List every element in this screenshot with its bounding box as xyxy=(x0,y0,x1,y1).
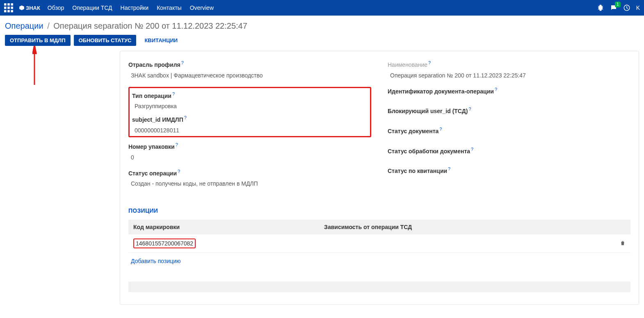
fields-grid: Отрасль профиля? ЗНАК sandbox | Фармацев… xyxy=(128,60,630,195)
col-code: Код маркировки xyxy=(128,220,319,234)
value-subject-id: 00000000128011 xyxy=(132,127,368,134)
field-receipt-status: Статус по квитанции? xyxy=(388,166,630,178)
svg-rect-5 xyxy=(11,7,14,9)
svg-rect-8 xyxy=(11,10,14,13)
nav-items: Обзор Операции ТСД Настройки Контакты Ov… xyxy=(48,5,214,11)
positions-title: ПОЗИЦИИ xyxy=(128,207,630,214)
breadcrumb-current: Операция separation № 200 от 11.12.2023 … xyxy=(53,21,247,30)
field-op-type: Тип операции? Разгруппировка xyxy=(132,91,368,110)
footer-bar xyxy=(128,282,630,292)
svg-rect-1 xyxy=(7,3,10,6)
breadcrumb: Операции / Операция separation № 200 от … xyxy=(0,16,644,35)
positions-table: Код маркировки Зависимость от операции Т… xyxy=(128,220,630,253)
nav-item-settings[interactable]: Настройки xyxy=(121,5,149,11)
svg-rect-7 xyxy=(7,10,10,13)
help-icon[interactable]: ? xyxy=(181,60,184,65)
help-icon[interactable]: ? xyxy=(428,60,431,65)
left-spacer xyxy=(5,51,120,305)
col-actions xyxy=(614,220,630,234)
highlight-box-op-subject: Тип операции? Разгруппировка subject_id … xyxy=(128,87,371,137)
apps-menu-icon[interactable] xyxy=(4,3,13,12)
cell-dependency xyxy=(319,234,614,253)
help-icon[interactable]: ? xyxy=(471,147,473,152)
send-mdlp-button[interactable]: ОТПРАВИТЬ В МДЛП xyxy=(5,35,71,46)
top-header: ЗНАК Обзор Операции ТСД Настройки Контак… xyxy=(0,0,644,16)
label-op-type: Тип операции? xyxy=(132,91,175,99)
field-profile-industry: Отрасль профиля? ЗНАК sandbox | Фармацев… xyxy=(128,60,371,79)
field-doc-status: Статус документа? xyxy=(388,127,630,139)
nav-item-overview-ru[interactable]: Обзор xyxy=(48,5,64,11)
fields-right: Наименование? Операция separation № 200 … xyxy=(388,60,630,195)
field-doc-id: Идентификатор документа-операции? xyxy=(388,87,630,99)
chat-icon[interactable]: 1 xyxy=(610,4,617,11)
label-package-num: Номер упаковки? xyxy=(128,142,178,150)
svg-rect-2 xyxy=(11,3,14,6)
nav-item-operations-tsd[interactable]: Операции ТСД xyxy=(72,5,112,11)
breadcrumb-root[interactable]: Операции xyxy=(5,21,43,30)
value-package-num: 0 xyxy=(128,154,371,161)
nav-item-contacts[interactable]: Контакты xyxy=(157,5,181,11)
svg-rect-4 xyxy=(7,7,10,9)
svg-rect-0 xyxy=(4,3,7,6)
svg-rect-3 xyxy=(4,7,7,9)
help-icon[interactable]: ? xyxy=(176,142,178,147)
update-status-button[interactable]: ОБНОВИТЬ СТАТУС xyxy=(74,35,137,46)
main-panel: Отрасль профиля? ЗНАК sandbox | Фармацев… xyxy=(120,51,639,305)
marking-code[interactable]: 146801557200067082 xyxy=(133,238,196,248)
label-subject-id: subject_id ИМДЛП? xyxy=(132,115,187,123)
value-name: Операция separation № 200 от 11.12.2023 … xyxy=(388,72,630,79)
field-doc-processing: Статус обработки документа? xyxy=(388,147,630,159)
svg-rect-6 xyxy=(4,10,7,13)
fields-left: Отрасль профиля? ЗНАК sandbox | Фармацев… xyxy=(128,60,371,195)
logo[interactable]: ЗНАК xyxy=(19,5,40,11)
logo-text: ЗНАК xyxy=(26,5,40,11)
help-icon[interactable]: ? xyxy=(172,91,175,96)
help-icon[interactable]: ? xyxy=(495,87,497,92)
value-profile-industry: ЗНАК sandbox | Фармацевтическое производ… xyxy=(128,72,371,79)
field-blocking-user: Блокирующий user_id (ТСД)? xyxy=(388,107,630,118)
label-receipt-status: Статус по квитанции? xyxy=(388,166,450,174)
label-blocking-user: Блокирующий user_id (ТСД)? xyxy=(388,107,471,114)
chat-badge: 1 xyxy=(615,2,621,7)
label-doc-status: Статус документа? xyxy=(388,127,442,134)
content-wrap: Отрасль профиля? ЗНАК sandbox | Фармацев… xyxy=(0,51,644,305)
action-row: ОТПРАВИТЬ В МДЛП ОБНОВИТЬ СТАТУС КВИТАНЦ… xyxy=(0,35,644,51)
label-doc-processing: Статус обработки документа? xyxy=(388,147,473,154)
col-dependency: Зависимость от операции ТСД xyxy=(319,220,614,234)
nav-item-overview-en[interactable]: Overview xyxy=(190,5,214,11)
field-subject-id: subject_id ИМДЛП? 00000000128011 xyxy=(132,115,368,134)
clock-icon[interactable] xyxy=(623,4,630,11)
field-name: Наименование? Операция separation № 200 … xyxy=(388,60,630,79)
field-op-status: Статус операции? Создан - получены коды,… xyxy=(128,169,371,187)
table-row: 146801557200067082 xyxy=(128,234,630,253)
receipts-tab[interactable]: КВИТАНЦИИ xyxy=(139,35,183,46)
value-op-status: Создан - получены коды, не отправлен в М… xyxy=(128,180,371,187)
add-position-link[interactable]: Добавить позицию xyxy=(128,253,183,269)
value-op-type: Разгруппировка xyxy=(132,103,368,109)
cell-delete xyxy=(614,234,630,253)
label-profile-industry: Отрасль профиля? xyxy=(128,60,184,68)
label-doc-id: Идентификатор документа-операции? xyxy=(388,87,497,95)
table-header-row: Код маркировки Зависимость от операции Т… xyxy=(128,220,630,234)
help-icon[interactable]: ? xyxy=(178,169,180,174)
help-icon[interactable]: ? xyxy=(448,166,450,171)
user-initial[interactable]: K xyxy=(636,5,640,11)
label-name: Наименование? xyxy=(388,60,431,68)
help-icon[interactable]: ? xyxy=(468,107,471,111)
help-icon[interactable]: ? xyxy=(184,115,187,120)
label-op-status: Статус операции? xyxy=(128,169,180,177)
delete-icon[interactable] xyxy=(620,241,626,247)
help-icon[interactable]: ? xyxy=(439,127,442,132)
cell-code: 146801557200067082 xyxy=(128,234,319,253)
header-right: 1 K xyxy=(597,4,640,11)
breadcrumb-sep: / xyxy=(47,21,50,30)
bug-icon[interactable] xyxy=(597,4,604,11)
field-package-num: Номер упаковки? 0 xyxy=(128,142,371,161)
